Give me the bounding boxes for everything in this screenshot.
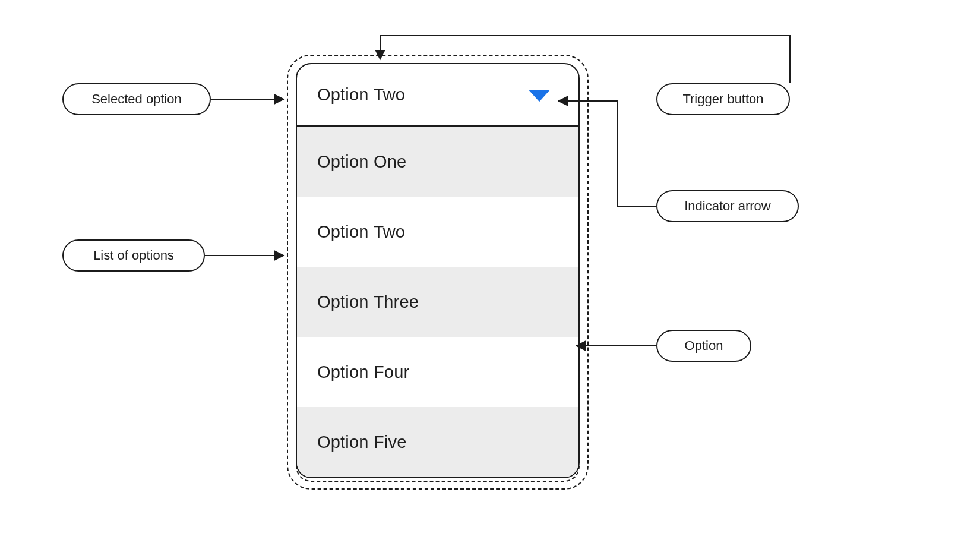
callout-option: Option xyxy=(656,330,751,362)
selected-option-label: Option Two xyxy=(317,85,405,105)
dropdown-component: Option Two Option One Option Two Option … xyxy=(296,63,580,478)
option-label: Option One xyxy=(317,152,406,172)
callout-trigger-button: Trigger button xyxy=(656,83,790,115)
callout-label: List of options xyxy=(93,248,174,263)
option-item[interactable]: Option Two xyxy=(297,197,578,267)
option-item[interactable]: Option Four xyxy=(297,337,578,407)
option-label: Option Three xyxy=(317,292,419,312)
diagram-canvas: Option Two Option One Option Two Option … xyxy=(0,0,980,549)
callout-label: Trigger button xyxy=(682,91,763,107)
trigger-button[interactable]: Option Two xyxy=(296,63,580,127)
option-item[interactable]: Option Three xyxy=(297,267,578,337)
option-label: Option Two xyxy=(317,222,405,242)
option-item[interactable]: Option One xyxy=(297,127,578,197)
options-list: Option One Option Two Option Three Optio… xyxy=(296,127,580,478)
callout-selected-option: Selected option xyxy=(62,83,211,115)
callout-list-of-options: List of options xyxy=(62,239,205,272)
svg-marker-0 xyxy=(529,90,550,102)
option-label: Option Five xyxy=(317,433,407,452)
callout-indicator-arrow: Indicator arrow xyxy=(656,190,799,222)
callout-label: Selected option xyxy=(91,91,182,107)
option-item[interactable]: Option Five xyxy=(297,407,578,477)
callout-label: Indicator arrow xyxy=(684,198,771,214)
indicator-arrow-icon xyxy=(529,89,550,103)
option-label: Option Four xyxy=(317,362,409,382)
callout-label: Option xyxy=(685,338,723,354)
